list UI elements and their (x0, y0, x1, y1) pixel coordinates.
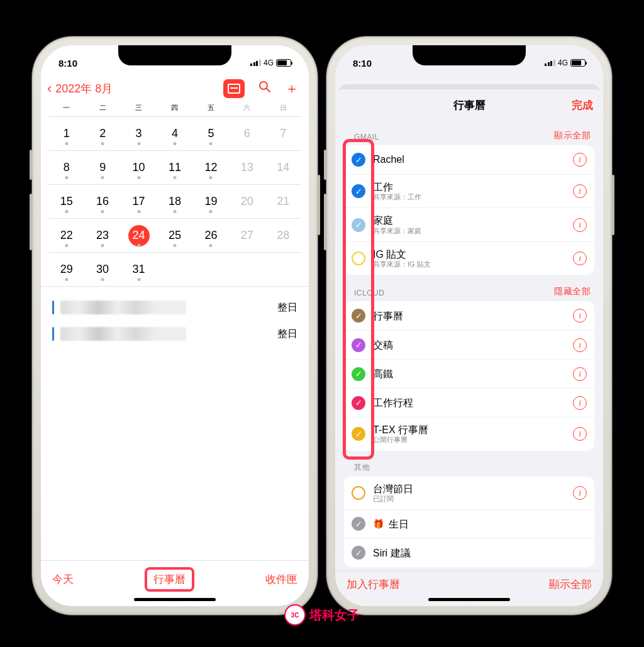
calendar-name: 行事曆 (373, 310, 403, 322)
done-button[interactable]: 完成 (572, 98, 593, 113)
info-icon[interactable]: i (573, 427, 587, 441)
calendar-day[interactable]: 3 (121, 116, 157, 150)
calendar-name: IG 貼文 (373, 248, 431, 260)
calendar-day[interactable]: 12 (193, 150, 229, 184)
calendar-day[interactable]: 30 (84, 252, 120, 286)
calendar-day[interactable]: 22 (48, 218, 84, 252)
calendar-day[interactable]: 29 (48, 252, 84, 286)
calendar-check-icon[interactable]: ✓ (352, 309, 365, 323)
calendar-day[interactable]: 23 (84, 218, 120, 252)
event-allday-label: 整日 (277, 301, 297, 314)
calendar-check-icon[interactable]: ✓ (352, 517, 365, 531)
calendar-row[interactable]: ✓行事曆i (344, 301, 594, 330)
info-icon[interactable]: i (573, 153, 587, 167)
calendar-row[interactable]: ✓Racheli (344, 145, 594, 174)
event-title-redacted (60, 301, 186, 314)
calendar-row[interactable]: ✓工作行程i (344, 388, 594, 417)
calendar-day[interactable]: 20 (229, 184, 265, 218)
battery-icon (570, 59, 586, 67)
calendar-day[interactable]: 14 (265, 150, 301, 184)
info-icon[interactable]: i (573, 252, 587, 265)
inbox-button[interactable]: 收件匣 (265, 572, 297, 587)
calendar-row[interactable]: ✓Siri 建議 (344, 538, 594, 567)
section-action[interactable]: 隱藏全部 (554, 286, 591, 297)
info-icon[interactable]: i (573, 486, 587, 500)
event-row[interactable]: 整日 (52, 294, 297, 321)
info-icon[interactable]: i (573, 338, 587, 352)
calendar-day[interactable]: 26 (193, 218, 229, 252)
info-icon[interactable]: i (573, 367, 587, 381)
calendar-day[interactable]: 11 (157, 150, 192, 184)
calendar-day[interactable]: 6 (229, 116, 265, 150)
weekday-label: 四 (157, 103, 192, 113)
home-indicator[interactable] (134, 598, 216, 601)
calendar-check-icon[interactable]: ✓ (352, 153, 365, 167)
info-icon[interactable]: i (573, 309, 587, 323)
calendars-button[interactable]: 行事曆 (145, 567, 194, 592)
calendar-day[interactable]: 31 (121, 252, 157, 286)
notch (413, 45, 526, 65)
back-icon[interactable]: ‹ (47, 80, 52, 97)
today-button[interactable]: 今天 (52, 572, 74, 587)
section-name: ICLOUD (354, 289, 384, 297)
calendar-day[interactable]: 24 (121, 218, 157, 252)
calendar-day[interactable]: 7 (265, 116, 301, 150)
calendar-name: 交稿 (373, 339, 393, 351)
calendar-name: 台灣節日 (373, 483, 413, 495)
calendar-grid[interactable]: 1234567891011121314151617181920212223242… (41, 116, 309, 286)
add-calendar-button[interactable]: 加入行事曆 (347, 577, 400, 592)
calendar-check-icon[interactable]: ✓ (352, 367, 365, 381)
calendar-day[interactable]: 19 (193, 184, 229, 218)
add-event-button[interactable]: ＋ (285, 79, 299, 98)
calendar-row[interactable]: ✓工作共享來源：工作i (344, 174, 594, 207)
calendar-day[interactable]: 8 (48, 150, 84, 184)
calendar-check-icon[interactable]: ✓ (352, 427, 365, 441)
search-icon[interactable] (258, 80, 271, 97)
calendar-day[interactable]: 5 (193, 116, 229, 150)
calendar-sub: 共享來源：IG 貼文 (373, 260, 431, 268)
calendar-day[interactable]: 28 (265, 218, 301, 252)
calendar-list: ✓Racheli✓工作共享來源：工作i✓家庭共享來源：家庭iIG 貼文共享來源：… (344, 145, 594, 275)
info-icon[interactable]: i (573, 184, 587, 198)
calendar-day[interactable]: 10 (121, 150, 157, 184)
show-all-button[interactable]: 顯示全部 (549, 577, 592, 592)
calendar-check-icon[interactable]: ✓ (352, 546, 365, 560)
event-row[interactable]: 整日 (52, 321, 297, 347)
calendar-check-icon[interactable]: ✓ (352, 218, 365, 232)
calendar-check-icon[interactable] (352, 252, 365, 265)
calendar-row[interactable]: 台灣節日已訂閱i (344, 477, 594, 509)
calendar-day[interactable]: 9 (84, 150, 120, 184)
calendar-day[interactable]: 4 (157, 116, 192, 150)
calendar-day[interactable]: 1 (48, 116, 84, 150)
calendar-row[interactable]: ✓高鐵i (344, 359, 594, 388)
calendar-row[interactable]: ✓家庭共享來源：家庭i (344, 207, 594, 241)
calendar-day[interactable]: 13 (229, 150, 265, 184)
calendar-day[interactable]: 27 (229, 218, 265, 252)
calendar-check-icon[interactable]: ✓ (352, 338, 365, 352)
info-icon[interactable]: i (573, 218, 587, 232)
calendar-check-icon[interactable]: ✓ (352, 396, 365, 410)
calendar-row[interactable]: ✓🎁生日 (344, 509, 594, 538)
section-action[interactable]: 顯示全部 (554, 130, 591, 141)
calendar-row[interactable]: ✓交稿i (344, 330, 594, 359)
calendar-row[interactable]: ✓T-EX 行事曆公開行事曆i (344, 417, 594, 450)
weekday-label: 二 (84, 103, 120, 113)
month-title[interactable]: 2022年 8月 (55, 81, 219, 96)
calendar-day (193, 252, 229, 286)
section-name: 其他 (354, 462, 370, 473)
list-view-button[interactable] (223, 79, 245, 98)
info-icon[interactable]: i (573, 396, 587, 410)
calendar-check-icon[interactable]: ✓ (352, 184, 365, 198)
calendar-day[interactable]: 15 (48, 184, 84, 218)
calendar-day[interactable]: 25 (157, 218, 192, 252)
calendar-day[interactable]: 18 (157, 184, 192, 218)
calendar-day[interactable]: 2 (84, 116, 120, 150)
calendar-day[interactable]: 17 (121, 184, 157, 218)
home-indicator[interactable] (428, 598, 510, 601)
calendar-day[interactable]: 16 (84, 184, 120, 218)
calendar-footer: 今天 行事曆 收件匣 (41, 560, 309, 594)
calendar-check-icon[interactable] (352, 486, 365, 500)
calendar-day[interactable]: 21 (265, 184, 301, 218)
calendar-row[interactable]: IG 貼文共享來源：IG 貼文i (344, 241, 594, 275)
calendar-day (265, 252, 301, 286)
